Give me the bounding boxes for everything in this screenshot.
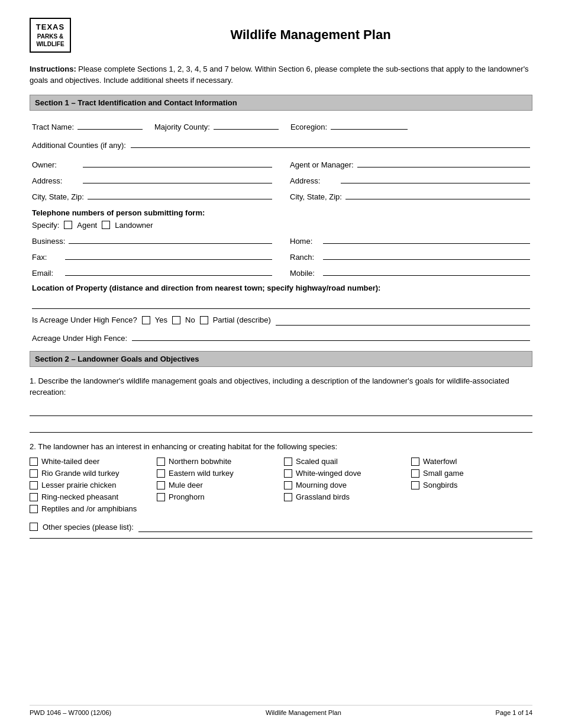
no-checkbox[interactable] [172, 316, 180, 324]
rio-grande-turkey-label: Rio Grande wild turkey [41, 469, 119, 478]
tel-left-col: Business: Fax: Email: [32, 233, 272, 278]
email-input[interactable] [65, 265, 272, 276]
address-input[interactable] [83, 173, 272, 183]
q1-answer-line1[interactable] [30, 403, 532, 416]
scaled-quail-label: Scaled quail [296, 457, 338, 466]
footer-right: Page 1 of 14 [496, 709, 532, 716]
species-col3: Scaled quail White-winged dove Mourning … [284, 457, 405, 513]
species-mourning-dove: Mourning dove [284, 481, 405, 489]
partial-describe-input[interactable] [276, 315, 530, 326]
business-row: Business: [32, 233, 272, 246]
agent-address-label: Address: [290, 176, 337, 185]
section2-header: Section 2 – Landowner Goals and Objectiv… [30, 351, 532, 367]
page-title: Wildlife Management Plan [89, 27, 532, 43]
footer-left: PWD 1046 – W7000 (12/06) [30, 709, 111, 716]
ranch-row: Ranch: [290, 249, 530, 262]
ecoregion-label: Ecoregion: [290, 123, 327, 131]
q1-answer-line2[interactable] [30, 420, 532, 433]
mobile-input[interactable] [323, 265, 530, 276]
waterfowl-label: Waterfowl [423, 457, 457, 466]
agent-input[interactable] [357, 157, 530, 167]
owner-row: Owner: [32, 157, 272, 169]
logo-line2: PARKS & [35, 33, 65, 40]
mule-deer-label: Mule deer [169, 481, 203, 489]
majority-county-label: Majority County: [154, 123, 210, 131]
mourning-dove-checkbox[interactable] [284, 481, 292, 489]
white-tailed-deer-checkbox[interactable] [30, 458, 38, 466]
eastern-wild-turkey-checkbox[interactable] [157, 469, 165, 478]
home-label: Home: [290, 237, 319, 246]
species-songbirds: Songbirds [411, 481, 532, 489]
lesser-prairie-chicken-checkbox[interactable] [30, 481, 38, 489]
ecoregion-input[interactable] [331, 119, 408, 130]
ecoregion-field: Ecoregion: [290, 119, 408, 131]
high-fence-label: Is Acreage Under High Fence? [32, 315, 137, 324]
northern-bobwhite-checkbox[interactable] [157, 458, 165, 466]
yes-label: Yes [155, 315, 167, 324]
species-mule-deer: Mule deer [157, 481, 278, 489]
tract-name-label: Tract Name: [32, 123, 74, 131]
agent-checkbox-label: Agent [77, 221, 97, 230]
specify-row: Specify: Agent Landowner [32, 221, 530, 230]
ring-necked-pheasant-checkbox[interactable] [30, 493, 38, 501]
owner-label: Owner: [32, 160, 79, 169]
grassland-birds-checkbox[interactable] [284, 493, 292, 501]
mule-deer-checkbox[interactable] [157, 481, 165, 489]
partial-checkbox[interactable] [200, 316, 208, 324]
city-state-zip-label: City, State, Zip: [32, 192, 84, 201]
pronghorn-checkbox[interactable] [157, 493, 165, 501]
fax-input[interactable] [65, 249, 272, 260]
agent-address-input[interactable] [341, 173, 530, 183]
ranch-input[interactable] [323, 249, 530, 260]
reptiles-amphibians-checkbox[interactable] [30, 505, 38, 513]
agent-row: Agent or Manager: [290, 157, 530, 169]
other-species-checkbox[interactable] [30, 523, 38, 531]
additional-counties-input[interactable] [131, 137, 530, 148]
tel-two-col: Business: Fax: Email: Home: [32, 233, 530, 278]
partial-label: Partial (describe) [213, 315, 271, 324]
songbirds-label: Songbirds [423, 481, 458, 489]
waterfowl-checkbox[interactable] [411, 458, 419, 466]
city-state-zip-input[interactable] [88, 189, 272, 199]
species-pronghorn: Pronghorn [157, 492, 278, 501]
fax-row: Fax: [32, 249, 272, 262]
agent-city-label: City, State, Zip: [290, 192, 342, 201]
telephone-section: Telephone numbers of person submitting f… [32, 208, 530, 278]
telephone-title: Telephone numbers of person submitting f… [32, 208, 530, 217]
mobile-row: Mobile: [290, 265, 530, 278]
email-label: Email: [32, 269, 62, 278]
species-eastern-wild-turkey: Eastern wild turkey [157, 469, 278, 478]
species-small-game: Small game [411, 469, 532, 478]
instructions-body: Please complete Sections 1, 2, 3, 4, 5 a… [30, 65, 529, 85]
page-header: TEXAS PARKS & WILDLIFE Wildlife Manageme… [30, 18, 532, 53]
songbirds-checkbox[interactable] [411, 481, 419, 489]
instructions-text: Instructions: Please complete Sections 1… [30, 63, 532, 86]
agent-checkbox[interactable] [64, 221, 72, 229]
landowner-checkbox[interactable] [102, 221, 110, 229]
species-col1: White-tailed deer Rio Grande wild turkey… [30, 457, 151, 513]
agent-city-input[interactable] [345, 189, 530, 199]
white-winged-dove-checkbox[interactable] [284, 469, 292, 478]
lesser-prairie-chicken-label: Lesser prairie chicken [41, 481, 116, 489]
acreage-input[interactable] [132, 330, 530, 341]
species-white-winged-dove: White-winged dove [284, 469, 405, 478]
agent-address-row: Address: [290, 173, 530, 185]
home-input[interactable] [323, 233, 530, 244]
small-game-checkbox[interactable] [411, 469, 419, 478]
species-waterfowl: Waterfowl [411, 457, 532, 466]
q2-number: 2. [30, 442, 36, 451]
grassland-birds-label: Grassland birds [296, 492, 350, 501]
owner-agent-section: Owner: Address: City, State, Zip: Agent … [32, 157, 530, 201]
owner-input[interactable] [83, 157, 272, 167]
other-species-input[interactable] [138, 521, 532, 532]
scaled-quail-checkbox[interactable] [284, 458, 292, 466]
yes-checkbox[interactable] [142, 316, 150, 324]
eastern-wild-turkey-label: Eastern wild turkey [169, 469, 234, 478]
business-input[interactable] [69, 233, 272, 244]
address-row: Address: [32, 173, 272, 185]
rio-grande-turkey-checkbox[interactable] [30, 469, 38, 478]
q2-body: The landowner has an interest in enhanci… [38, 442, 337, 451]
majority-county-input[interactable] [214, 119, 279, 130]
tract-name-input[interactable] [77, 119, 143, 130]
location-input[interactable] [32, 296, 530, 309]
